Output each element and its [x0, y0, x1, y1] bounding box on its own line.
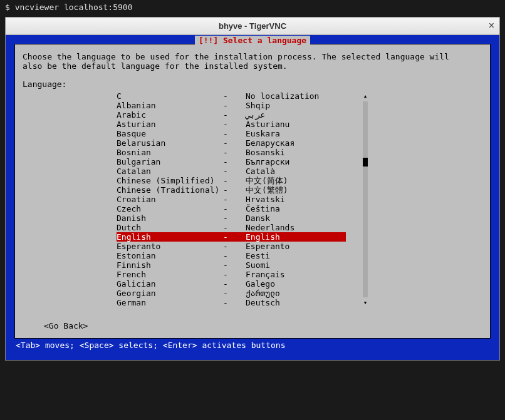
language-option[interactable]: Chinese (Simplified)- 中文(简体) — [117, 176, 346, 185]
language-name: Czech — [117, 204, 223, 213]
separator: - — [223, 166, 246, 176]
language-name: Esperanto — [117, 242, 223, 251]
language-name: Finnish — [117, 260, 223, 270]
terminal-command: $ vncviewer localhost:5900 — [0, 0, 505, 14]
language-native: Esperanto — [246, 242, 346, 251]
separator: - — [223, 213, 246, 223]
language-option[interactable]: Galician- Galego — [117, 279, 346, 289]
separator: - — [223, 242, 246, 251]
language-native: ქართული — [246, 289, 346, 298]
separator: - — [223, 298, 246, 307]
scroll-thumb[interactable] — [363, 158, 368, 166]
language-name: Arabic — [117, 110, 223, 120]
language-option[interactable]: French- Français — [117, 270, 346, 279]
language-native: 中文(繁體) — [246, 185, 346, 195]
language-name: Belarusian — [117, 138, 223, 148]
language-option[interactable]: Danish- Dansk — [117, 213, 346, 223]
instructions-text: Choose the language to be used for the i… — [23, 52, 482, 71]
separator: - — [223, 289, 246, 298]
separator: - — [223, 148, 246, 157]
window-title: bhyve - TigerVNC — [219, 21, 286, 31]
language-name: Chinese (Simplified) — [117, 176, 223, 185]
separator: - — [223, 260, 246, 270]
language-native: Беларуская — [246, 138, 346, 148]
separator: - — [223, 138, 246, 148]
close-icon[interactable]: × — [489, 20, 494, 31]
separator: - — [223, 110, 246, 120]
language-name: Bosnian — [117, 148, 223, 157]
language-name: English — [117, 232, 223, 242]
scroll-up-icon[interactable]: ▴ — [363, 91, 368, 101]
language-native: Nederlands — [246, 223, 346, 232]
separator: - — [223, 120, 246, 129]
language-native: Euskara — [246, 129, 346, 138]
language-native: Bosanski — [246, 148, 346, 157]
language-name: Georgian — [117, 289, 223, 298]
separator: - — [223, 129, 246, 138]
language-native: 中文(简体) — [246, 176, 346, 185]
dialog: [!!] Select a language Choose the langua… — [14, 44, 491, 339]
language-option[interactable]: Albanian- Shqip — [117, 101, 346, 110]
language-name: Danish — [117, 213, 223, 223]
scroll-track[interactable] — [363, 101, 368, 297]
language-option[interactable]: Bulgarian- Български — [117, 157, 346, 166]
separator: - — [223, 157, 246, 166]
language-option[interactable]: Georgian- ქართული — [117, 289, 346, 298]
language-native: Čeština — [246, 204, 346, 213]
language-option[interactable]: Catalan- Català — [117, 166, 346, 176]
language-native: English — [246, 232, 346, 242]
language-native: Dansk — [246, 213, 346, 223]
language-native: Suomi — [246, 260, 346, 270]
language-option[interactable]: Finnish- Suomi — [117, 260, 346, 270]
separator: - — [223, 91, 246, 101]
language-option[interactable]: Estonian- Eesti — [117, 251, 346, 260]
language-native: Shqip — [246, 101, 346, 110]
language-option[interactable]: Dutch- Nederlands — [117, 223, 346, 232]
language-option[interactable]: Asturian- Asturianu — [117, 120, 346, 129]
separator: - — [223, 204, 246, 213]
language-name: German — [117, 298, 223, 307]
language-native: Deutsch — [246, 298, 346, 307]
language-option[interactable]: Esperanto- Esperanto — [117, 242, 346, 251]
language-name: Galician — [117, 279, 223, 289]
language-name: Basque — [117, 129, 223, 138]
language-native: Asturianu — [246, 120, 346, 129]
language-native: Français — [246, 270, 346, 279]
language-option[interactable]: English- English — [117, 232, 346, 242]
separator: - — [223, 195, 246, 204]
separator: - — [223, 185, 246, 195]
language-native: Galego — [246, 279, 346, 289]
language-native: No localization — [246, 91, 346, 101]
language-native: Eesti — [246, 251, 346, 260]
language-option[interactable]: Basque- Euskara — [117, 129, 346, 138]
language-option[interactable]: Arabic- عربي — [117, 110, 346, 120]
language-list[interactable]: C- No localizationAlbanian- ShqipArabic-… — [117, 91, 346, 307]
dialog-title: [!!] Select a language — [195, 36, 310, 45]
language-option[interactable]: Chinese (Traditional)- 中文(繁體) — [117, 185, 346, 195]
go-back-button[interactable]: <Go Back> — [23, 321, 482, 330]
language-option[interactable]: German- Deutsch — [117, 298, 346, 307]
separator: - — [223, 101, 246, 110]
language-label: Language: — [23, 79, 482, 89]
language-name: Bulgarian — [117, 157, 223, 166]
language-option[interactable]: Belarusian- Беларуская — [117, 138, 346, 148]
titlebar[interactable]: bhyve - TigerVNC × — [6, 18, 499, 35]
language-name: Albanian — [117, 101, 223, 110]
language-native: عربي — [246, 110, 346, 120]
scroll-down-icon[interactable]: ▾ — [363, 298, 368, 307]
language-name: Dutch — [117, 223, 223, 232]
language-option[interactable]: Bosnian- Bosanski — [117, 148, 346, 157]
language-option[interactable]: Czech- Čeština — [117, 204, 346, 213]
separator: - — [223, 251, 246, 260]
language-option[interactable]: Croatian- Hrvatski — [117, 195, 346, 204]
separator: - — [223, 279, 246, 289]
language-native: Български — [246, 157, 346, 166]
separator: - — [223, 176, 246, 185]
installer-screen: [!!] Select a language Choose the langua… — [6, 35, 499, 360]
language-name: French — [117, 270, 223, 279]
language-name: Asturian — [117, 120, 223, 129]
language-option[interactable]: C- No localization — [117, 91, 346, 101]
language-name: Estonian — [117, 251, 223, 260]
scrollbar[interactable]: ▴ ▾ — [361, 91, 370, 307]
keybinding-hint: <Tab> moves; <Space> selects; <Enter> ac… — [14, 339, 491, 351]
